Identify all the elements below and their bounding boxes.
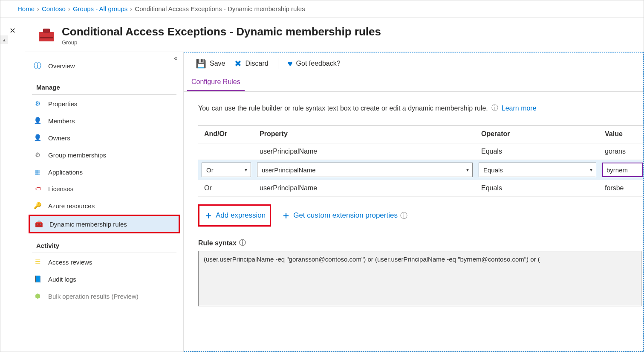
cell-operator: Equals <box>481 184 605 192</box>
table-row[interactable]: Or userPrincipalName Equals forsbe <box>198 180 643 197</box>
heart-icon: ♥ <box>288 59 293 69</box>
breadcrumb-contoso[interactable]: Contoso <box>42 5 66 12</box>
chevron-down-icon: ▾ <box>466 167 469 173</box>
chevron-right-icon: › <box>37 5 39 12</box>
actions-row: ＋ Add expression ＋ Get custom extension … <box>198 204 643 227</box>
bulk-icon: ⬢ <box>33 292 42 300</box>
tab-bar: Configure Rules <box>184 75 643 92</box>
sidebar-item-label: Bulk operation results (Preview) <box>48 293 139 300</box>
value-input[interactable]: byrnem <box>602 163 643 177</box>
license-icon: 🏷 <box>33 185 42 192</box>
cell-operator: Equals <box>481 148 605 155</box>
sidebar-item-members[interactable]: 👤 Members <box>29 113 180 129</box>
sidebar-item-label: Overview <box>48 62 75 70</box>
chevron-right-icon: › <box>68 5 70 12</box>
sidebar-item-group-memberships[interactable]: ⚙ Group memberships <box>29 147 180 163</box>
breadcrumb-home[interactable]: Home <box>17 5 35 12</box>
plus-icon: ＋ <box>204 209 213 222</box>
sidebar-item-label: Group memberships <box>48 151 106 159</box>
discard-icon: ✖ <box>234 58 242 69</box>
detail-pane: 💾 Save ✖ Discard ♥ Got feedback? Configu… <box>184 52 644 352</box>
page-title: Conditional Access Exceptions - Dynamic … <box>62 25 381 38</box>
property-value: userPrincipalName <box>262 166 316 174</box>
sidebar: « ⓘ Overview Manage ⚙ Properties 👤 Membe… <box>25 52 184 352</box>
operator-value: Equals <box>483 166 503 174</box>
sidebar-item-label: Dynamic membership rules <box>49 221 127 228</box>
log-icon: 📘 <box>33 275 42 283</box>
sidebar-item-dynamic-rules[interactable]: 🧰 Dynamic membership rules <box>29 215 180 233</box>
add-expression-button[interactable]: ＋ Add expression <box>198 204 271 227</box>
sidebar-item-properties[interactable]: ⚙ Properties <box>29 96 180 112</box>
collapse-sidebar-icon[interactable]: « <box>174 55 177 61</box>
col-operator: Operator <box>481 130 605 138</box>
col-property: Property <box>260 130 481 138</box>
owner-icon: 👤 <box>33 134 42 142</box>
table-row[interactable]: userPrincipalName Equals gorans <box>198 143 643 160</box>
table-header: And/Or Property Operator Value <box>198 126 643 143</box>
info-icon[interactable]: ⓘ <box>491 104 498 113</box>
command-bar: 💾 Save ✖ Discard ♥ Got feedback? <box>184 52 643 75</box>
feedback-button[interactable]: ♥ Got feedback? <box>288 59 341 69</box>
save-icon: 💾 <box>196 58 206 69</box>
sidebar-item-label: Licenses <box>48 185 73 192</box>
sidebar-item-owners[interactable]: 👤 Owners <box>29 130 180 146</box>
sidebar-item-label: Properties <box>48 100 77 108</box>
get-custom-properties-button[interactable]: ＋ Get custom extension properties ⓘ <box>277 206 412 225</box>
sidebar-item-label: Applications <box>48 169 83 176</box>
sidebar-item-bulk-ops[interactable]: ⬢ Bulk operation results (Preview) <box>29 288 180 304</box>
sidebar-item-label: Azure resources <box>48 202 95 209</box>
blade-header: Conditional Access Exceptions - Dynamic … <box>25 17 644 52</box>
andor-select[interactable]: Or ▾ <box>202 163 251 177</box>
briefcase-icon: 🧰 <box>34 220 43 228</box>
col-value: Value <box>605 130 643 138</box>
cell-property: userPrincipalName <box>260 184 481 192</box>
person-icon: 👤 <box>33 117 42 125</box>
separator <box>278 58 278 69</box>
rule-syntax-label: Rule syntax ⓘ <box>198 239 643 247</box>
sidebar-section-activity: Activity <box>32 234 176 253</box>
sidebar-item-audit-logs[interactable]: 📘 Audit logs <box>29 271 180 287</box>
cell-value: forsbe <box>605 184 643 192</box>
get-custom-label: Get custom extension properties <box>293 211 398 220</box>
operator-select[interactable]: Equals ▾ <box>479 163 596 177</box>
gear-icon: ⚙ <box>33 151 42 159</box>
scroll-up-icon[interactable]: ▲ <box>0 35 8 44</box>
sidebar-item-overview[interactable]: ⓘ Overview <box>29 56 180 75</box>
rule-table: And/Or Property Operator Value userPrinc… <box>198 125 643 197</box>
tab-configure-rules[interactable]: Configure Rules <box>187 75 245 91</box>
cell-value: gorans <box>605 148 643 155</box>
save-button[interactable]: 💾 Save <box>196 58 225 69</box>
feedback-label: Got feedback? <box>296 60 341 67</box>
info-icon[interactable]: ⓘ <box>239 239 246 247</box>
svg-rect-0 <box>39 32 54 41</box>
table-row-active[interactable]: Or ▾ userPrincipalName ▾ <box>198 160 643 180</box>
breadcrumb-groups[interactable]: Groups - All groups <box>73 5 127 12</box>
grid-icon: ▦ <box>33 168 42 176</box>
discard-button[interactable]: ✖ Discard <box>234 58 268 69</box>
checklist-icon: ☰ <box>33 258 42 266</box>
sidebar-item-applications[interactable]: ▦ Applications <box>29 164 180 180</box>
learn-more-link[interactable]: Learn more <box>502 105 537 112</box>
sidebar-item-label: Audit logs <box>48 276 76 283</box>
value-text: byrnem <box>606 166 628 174</box>
breadcrumb-current: Conditional Access Exceptions - Dynamic … <box>135 5 305 12</box>
sidebar-item-licenses[interactable]: 🏷 Licenses <box>29 181 180 197</box>
scrollbar-track[interactable]: ▲ <box>0 35 25 44</box>
page-subtitle: Group <box>62 39 381 46</box>
sidebar-item-label: Members <box>48 117 75 125</box>
rule-syntax-box[interactable]: (user.userPrincipalName -eq "goransson@c… <box>198 251 641 306</box>
info-icon[interactable]: ⓘ <box>400 211 407 221</box>
cell-andor: Or <box>204 184 260 192</box>
left-gutter: ✕ ▲ <box>0 17 25 352</box>
plus-icon: ＋ <box>281 209 291 222</box>
col-andor: And/Or <box>204 130 260 138</box>
save-label: Save <box>210 60 225 67</box>
intro-text: You can use the rule builder or rule syn… <box>198 104 643 113</box>
cell-property: userPrincipalName <box>260 148 481 155</box>
andor-value: Or <box>206 166 214 174</box>
close-icon[interactable]: ✕ <box>9 27 17 35</box>
property-select[interactable]: userPrincipalName ▾ <box>257 163 473 177</box>
sidebar-item-azure-resources[interactable]: 🔑 Azure resources <box>29 198 180 214</box>
sidebar-item-access-reviews[interactable]: ☰ Access reviews <box>29 254 180 270</box>
chevron-down-icon: ▾ <box>590 167 592 173</box>
